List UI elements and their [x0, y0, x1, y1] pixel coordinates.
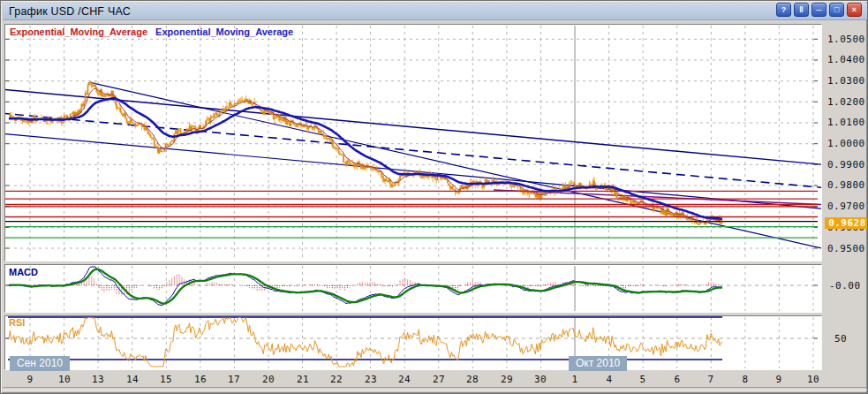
- day-axis-label: 27: [426, 374, 452, 385]
- indicator-legend: Exponential_Moving_AverageExponential_Mo…: [10, 27, 293, 37]
- day-axis-label: 23: [358, 374, 384, 385]
- main-canvas[interactable]: [5, 25, 821, 261]
- rsi-label: RSI: [9, 317, 25, 328]
- rsi-value-label: 50: [834, 333, 847, 345]
- day-axis-label: 9: [17, 374, 43, 385]
- macd-label: MACD: [9, 267, 38, 277]
- main-chart-pane[interactable]: [4, 24, 822, 261]
- day-axis-label: 24: [391, 374, 418, 385]
- current-price-tag: 0.9628: [825, 217, 868, 229]
- day-axis-label: 28: [459, 374, 486, 385]
- month-badge-oct: Окт 2010: [569, 356, 627, 371]
- bottom-frame: [3, 387, 867, 390]
- chart-window: График USD /CHF ЧАС ? ‖ ─ □ × Exponentia…: [0, 0, 868, 394]
- ema-fast-legend: Exponential_Moving_Average: [10, 27, 147, 37]
- day-axis-label: 30: [527, 374, 554, 385]
- day-axis-label: 1: [562, 374, 588, 385]
- macd-pane[interactable]: [4, 264, 822, 313]
- minimize-button[interactable]: ─: [811, 3, 826, 17]
- rsi-pane[interactable]: [4, 315, 822, 370]
- price-axis-label: 1.0300: [827, 75, 865, 87]
- day-axis-label: 29: [494, 374, 520, 385]
- price-axis-label: 0.9700: [827, 201, 865, 212]
- day-axis-label: 13: [85, 374, 111, 385]
- day-axis-label: 21: [290, 374, 316, 385]
- day-axis-label: 8: [732, 374, 759, 385]
- day-axis-label: 5: [630, 374, 656, 385]
- window-controls: ? ‖ ─ □ ×: [776, 3, 862, 17]
- maximize-button[interactable]: □: [829, 3, 844, 17]
- help-button[interactable]: ?: [776, 3, 791, 17]
- window-title: График USD /CHF ЧАС: [9, 5, 131, 18]
- price-axis-label: 1.0400: [827, 54, 865, 65]
- day-axis-label: 6: [664, 374, 691, 385]
- macd-value-label: -0.00: [829, 280, 861, 292]
- day-axis-label: 20: [255, 374, 282, 385]
- pause-button[interactable]: ‖: [794, 3, 809, 17]
- day-axis-label: 7: [698, 374, 724, 385]
- price-axis-label: 0.9900: [827, 159, 865, 170]
- day-axis-label: 15: [153, 374, 179, 385]
- price-axis-label: 0.9800: [827, 179, 865, 191]
- title-bar[interactable]: График USD /CHF ЧАС: [3, 3, 867, 20]
- price-axis-label: 1.0500: [827, 34, 865, 45]
- price-axis-label: 1.0100: [827, 117, 865, 128]
- ema-slow-legend: Exponential_Moving_Average: [155, 27, 293, 37]
- day-axis-label: 4: [596, 374, 623, 385]
- day-axis-label: 10: [51, 374, 78, 385]
- price-axis-label: 0.9500: [827, 243, 865, 254]
- price-axis-label: 1.0000: [827, 138, 865, 149]
- day-axis-label: 17: [221, 374, 247, 385]
- day-axis-label: 10: [800, 374, 826, 385]
- month-badge-sep: Сен 2010: [10, 356, 70, 371]
- day-axis-label: 14: [119, 374, 146, 385]
- day-axis-label: 9: [766, 374, 792, 385]
- macd-canvas[interactable]: [5, 265, 821, 312]
- close-button[interactable]: ×: [847, 3, 862, 17]
- day-axis-label: 16: [187, 374, 214, 385]
- price-axis-label: 1.0200: [827, 96, 865, 108]
- day-axis-label: 22: [323, 374, 350, 385]
- rsi-canvas[interactable]: [5, 316, 821, 369]
